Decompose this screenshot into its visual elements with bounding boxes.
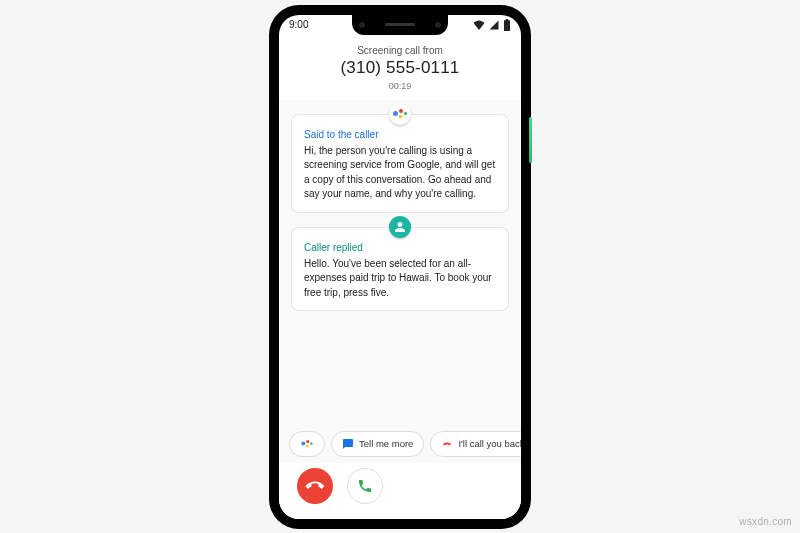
chat-icon	[342, 438, 354, 450]
call-header: Screening call from (310) 555-0111 00:19	[279, 35, 521, 100]
message-title: Caller replied	[304, 242, 496, 253]
chip-assistant[interactable]	[289, 431, 325, 457]
screen: 9:00 Screening call from (310) 555-0111 …	[279, 15, 521, 519]
caller-avatar	[389, 216, 411, 238]
battery-icon	[503, 19, 511, 31]
conversation-area: Said to the caller Hi, the person you're…	[279, 100, 521, 425]
wifi-icon	[473, 20, 485, 30]
message-card: Caller replied Hello. You've been select…	[291, 227, 509, 312]
screening-from-label: Screening call from	[279, 45, 521, 56]
chip-call-back[interactable]: I'll call you back	[430, 431, 521, 457]
hangup-icon	[441, 438, 453, 450]
call-duration: 00:19	[279, 81, 521, 91]
message-card: Said to the caller Hi, the person you're…	[291, 114, 509, 213]
phone-icon	[357, 478, 373, 494]
message-body: Hello. You've been selected for an all-e…	[304, 257, 496, 301]
chip-label: Tell me more	[359, 438, 413, 449]
person-icon	[394, 221, 406, 233]
message-body: Hi, the person you're calling is using a…	[304, 144, 496, 202]
assistant-message: Said to the caller Hi, the person you're…	[291, 114, 509, 213]
display-notch	[352, 15, 448, 35]
cell-signal-icon	[489, 20, 499, 30]
call-actions	[279, 463, 521, 519]
caller-message: Caller replied Hello. You've been select…	[291, 227, 509, 312]
message-title: Said to the caller	[304, 129, 496, 140]
power-button	[529, 117, 532, 163]
assistant-avatar	[389, 103, 411, 125]
chip-label: I'll call you back	[458, 438, 521, 449]
chip-tell-me-more[interactable]: Tell me more	[331, 431, 424, 457]
assistant-icon	[301, 438, 312, 449]
answer-button[interactable]	[347, 468, 383, 504]
phone-hangup-icon	[302, 473, 327, 498]
status-time: 9:00	[289, 19, 308, 30]
assistant-icon	[393, 107, 407, 121]
caller-number: (310) 555-0111	[279, 58, 521, 78]
status-icons	[473, 19, 511, 31]
hangup-button[interactable]	[297, 468, 333, 504]
suggestion-chips: Tell me more I'll call you back R	[279, 425, 521, 463]
watermark: wsxdn.com	[739, 516, 792, 527]
phone-frame: 9:00 Screening call from (310) 555-0111 …	[271, 7, 529, 527]
